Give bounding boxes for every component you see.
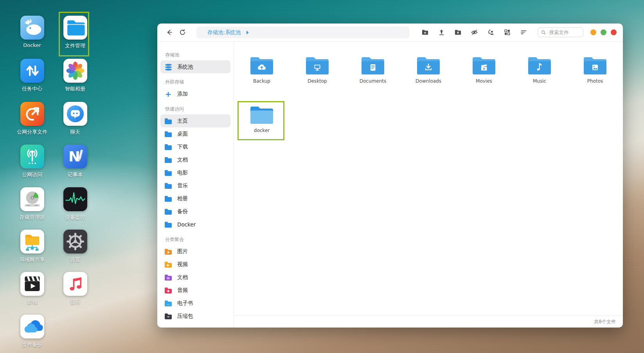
- file-item-desktop[interactable]: Desktop: [290, 51, 345, 100]
- file-name: Photos: [587, 78, 603, 84]
- lan-share-folder-icon: [20, 230, 44, 253]
- desktop-icon-public-access[interactable]: 公网访问: [11, 145, 54, 178]
- hidden-files-button[interactable]: [469, 27, 480, 38]
- desktop-icon-label: 任务中心: [22, 85, 42, 92]
- desktop-icon-task-center[interactable]: 任务中心: [11, 59, 54, 92]
- desktop-icon-video[interactable]: 影视: [11, 272, 54, 306]
- sync-user-button[interactable]: [485, 27, 496, 38]
- search-input[interactable]: [548, 29, 580, 36]
- back-button[interactable]: [164, 27, 174, 38]
- desktop-icon-smart-album[interactable]: 智能相册: [54, 59, 97, 92]
- sidebar-item[interactable]: 下载: [160, 140, 230, 153]
- file-name: Movies: [476, 78, 492, 84]
- window-control-button[interactable]: [601, 29, 606, 35]
- desktop-icon-music[interactable]: 音乐: [54, 272, 97, 306]
- sidebar-item-label: 下载: [177, 143, 188, 150]
- folder-icon: [165, 197, 172, 202]
- device-monitor-ekg-icon: [63, 187, 87, 211]
- file-backup-cloud-icon: [20, 315, 44, 339]
- smart-album-pinwheel-icon: [63, 59, 87, 83]
- sidebar-section-header: 快速访问: [165, 106, 230, 112]
- folder-icon: [165, 145, 172, 150]
- desktop-icon-device-monitor[interactable]: 设备监控: [54, 187, 97, 221]
- file-name: Music: [533, 78, 546, 84]
- file-item-backup[interactable]: Backup: [234, 51, 290, 100]
- file-item-movies[interactable]: Movies: [456, 51, 512, 100]
- sidebar-item[interactable]: 相册: [160, 192, 230, 205]
- sidebar-item[interactable]: Docker: [160, 218, 230, 231]
- file-item-documents[interactable]: Documents: [345, 51, 401, 100]
- chat-bubble-icon: [63, 102, 87, 126]
- window-toolbar: 存储池:系统池: [157, 24, 623, 42]
- sidebar-item[interactable]: ◡ 电子书: [160, 297, 230, 310]
- desktop-icon-label: 记事本: [68, 171, 83, 178]
- toolbar-icon-group: [419, 27, 529, 38]
- file-item-downloads[interactable]: Downloads: [401, 51, 456, 100]
- sidebar-item[interactable]: ▶ 视频: [160, 258, 230, 271]
- sidebar-item-label: 压缩包: [177, 313, 193, 320]
- breadcrumb-path[interactable]: 存储池:系统池: [207, 29, 241, 36]
- sidebar-item[interactable]: 文档: [160, 153, 230, 166]
- sidebar-item[interactable]: 主页: [160, 114, 230, 127]
- sidebar-item-icon: [165, 64, 172, 66]
- sidebar-item[interactable]: ◆ 音频: [160, 284, 230, 297]
- file-item-docker[interactable]: docker: [234, 100, 290, 150]
- desktop-icon-chat[interactable]: 聊天: [54, 102, 97, 136]
- sidebar-item[interactable]: 备份: [160, 205, 230, 218]
- file-manager-folder-icon: [63, 16, 87, 40]
- desktop-icon-label: 智能相册: [65, 85, 85, 92]
- upload-button[interactable]: [436, 27, 447, 38]
- svg-text:N: N: [68, 148, 80, 165]
- sidebar-item[interactable]: + 添加: [160, 87, 230, 100]
- window-control-button[interactable]: [611, 29, 617, 35]
- sidebar-item-label: 视频: [177, 261, 188, 268]
- breadcrumb[interactable]: 存储池:系统池: [196, 27, 409, 38]
- sidebar-item[interactable]: 系统池: [160, 60, 230, 73]
- folder-icon: ▤: [165, 276, 172, 281]
- sort-button[interactable]: [518, 27, 529, 38]
- desktop-icon-file-manager[interactable]: 文件管理: [54, 16, 97, 49]
- sidebar-item[interactable]: 音乐: [160, 179, 230, 192]
- file-grid: Backup Desktop: [234, 42, 623, 315]
- new-folder-button[interactable]: [419, 27, 430, 38]
- folder-photos-icon: [583, 56, 608, 76]
- file-count-status: 共8个文件: [594, 319, 616, 325]
- sidebar-item[interactable]: ≡ 压缩包: [160, 310, 230, 322]
- file-item-photos[interactable]: Photos: [567, 51, 623, 100]
- grid-view-button[interactable]: [502, 27, 513, 38]
- desktop-icon-file-backup[interactable]: 文件备份: [11, 315, 54, 348]
- sidebar-item-icon: +: [165, 90, 172, 98]
- sidebar-item[interactable]: 桌面: [160, 127, 230, 140]
- desktop-icon-public-share[interactable]: 公网分享文件: [11, 102, 54, 136]
- sidebar-item-label: 音频: [177, 287, 188, 294]
- desktop-icon-label: 音乐: [70, 299, 80, 306]
- desktop-icon-lan-share[interactable]: 局域网共享: [11, 230, 54, 263]
- desktop-icon-label: 聊天: [70, 129, 80, 136]
- file-name: Documents: [360, 78, 386, 84]
- folder-music-icon: [527, 56, 552, 76]
- public-share-arrow-icon: [20, 102, 44, 126]
- public-access-antenna-icon: [20, 145, 44, 168]
- sidebar-item[interactable]: 电影: [160, 166, 230, 179]
- sidebar-item-label: 备份: [177, 208, 188, 215]
- file-manager-window: 存储池:系统池: [157, 24, 623, 328]
- folder-icon: ▪: [165, 250, 172, 255]
- refresh-button[interactable]: [177, 27, 188, 38]
- file-area: Backup Desktop: [234, 42, 623, 328]
- desktop-icon-label: 设备监控: [65, 214, 85, 221]
- sidebar-item[interactable]: ▪ 图片: [160, 245, 230, 258]
- sidebar-item-label: 电影: [177, 169, 188, 176]
- window-control-button[interactable]: [590, 29, 596, 35]
- search-icon: [541, 30, 546, 35]
- upload-folder-button[interactable]: [452, 27, 463, 38]
- sidebar-item[interactable]: ▤ 文档: [160, 271, 230, 284]
- search-box[interactable]: [538, 27, 583, 37]
- desktop-icon-settings[interactable]: 设置: [54, 230, 97, 263]
- desktop-icon-notes[interactable]: N 记事本: [54, 145, 97, 178]
- sidebar-item-label: 电子书: [177, 300, 193, 307]
- desktop-icon-docker[interactable]: Docker: [11, 16, 54, 48]
- file-item-music[interactable]: Music: [512, 51, 567, 100]
- sidebar-item-label: 添加: [177, 91, 188, 98]
- folder-desktop-icon: [305, 56, 330, 76]
- desktop-icon-storage-manager[interactable]: 存储管理器: [11, 187, 54, 221]
